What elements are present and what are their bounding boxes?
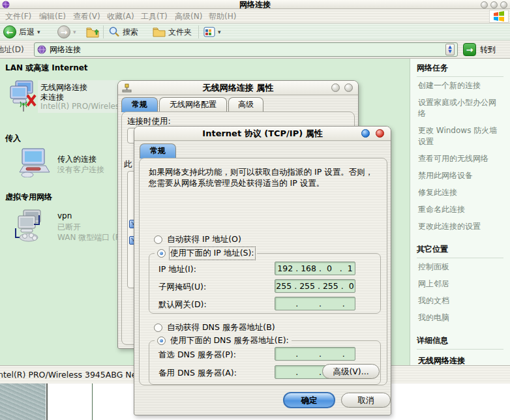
cancel-button[interactable]: 取消 — [341, 393, 391, 408]
desktop-window-edge-2 — [92, 383, 93, 420]
back-dropdown-icon[interactable]: ▾ — [37, 29, 40, 35]
main-titlebar[interactable]: 网络连接 — [0, 0, 510, 9]
incoming-item-status: 没有客户连接 — [57, 164, 104, 175]
maximize-button[interactable] — [490, 1, 498, 8]
place-my-documents[interactable]: 我的文档 — [417, 292, 503, 309]
menu-tools[interactable]: 工具(T) — [137, 9, 172, 23]
radio-auto-dns-circle[interactable] — [154, 323, 162, 332]
wireless-tab-networks[interactable]: 无线网络配置 — [159, 97, 227, 112]
ip-address-field[interactable]: 192 . 168 . 0 . 1 — [275, 262, 355, 275]
radio-use-ip[interactable]: 使用下面的 IP 地址(S): — [155, 248, 257, 259]
wireless-item-device: Intel(R) PRO/Wireless 3 — [40, 102, 117, 111]
place-control-panel[interactable]: 控制面板 — [417, 258, 503, 275]
screen: 网络连接 文件(F) 编辑(E) 查看(V) 收藏(A) 工具(T) 高级(N)… — [0, 0, 510, 420]
task-create-connection[interactable]: 创建一个新的连接 — [417, 77, 503, 94]
task-repair-connection[interactable]: 修复此连接 — [417, 184, 503, 201]
radio-use-dns-label: 使用下面的 DNS 服务器地址(E): — [170, 335, 289, 346]
tcpip-close-button[interactable] — [376, 129, 384, 138]
up-folder-icon — [86, 26, 99, 38]
task-change-firewall[interactable]: 更改 Windows 防火墙设置 — [417, 122, 503, 150]
views-dropdown-icon[interactable]: ▾ — [218, 29, 221, 35]
section-lan-header: LAN 或高速 Internet — [5, 63, 88, 74]
ip-address-label: IP 地址(I): — [158, 264, 196, 275]
radio-auto-ip-circle[interactable] — [154, 235, 162, 244]
place-my-computer[interactable]: 我的电脑 — [417, 309, 503, 326]
folders-label: 文件夹 — [168, 27, 192, 38]
other-places-header: 其它位置 — [417, 240, 503, 258]
forward-button[interactable]: → ▾ — [57, 23, 76, 40]
address-combo[interactable]: 网络连接 ▲▼ — [34, 42, 458, 57]
search-label: 搜索 — [123, 27, 138, 38]
preferred-dns-field[interactable]: . . . — [275, 347, 355, 361]
advanced-button[interactable]: 高级(V)... — [322, 364, 380, 379]
menu-edit[interactable]: 编辑(E) — [35, 9, 70, 23]
components-label-fragment: 此 — [124, 159, 132, 170]
address-stepper[interactable]: ▲▼ — [445, 44, 455, 55]
close-button[interactable] — [500, 1, 507, 8]
menu-favorites[interactable]: 收藏(A) — [103, 9, 138, 23]
menu-bar: 文件(F) 编辑(E) 查看(V) 收藏(A) 工具(T) 高级(N) 帮助(H… — [0, 9, 510, 23]
task-change-settings[interactable]: 更改此连接的设置 — [417, 218, 503, 235]
back-button[interactable]: ← 后退 ▾ — [3, 23, 40, 40]
desktop-window-edge — [46, 383, 48, 420]
vpn-item-title[interactable]: vpn — [57, 211, 72, 220]
tcpip-help-button[interactable] — [361, 129, 370, 138]
tcpip-dialog-titlebar[interactable]: Internet 协议 (TCP/IP) 属性 — [134, 127, 391, 141]
details-header: 详细信息 — [417, 331, 503, 350]
toolbar-separator-2 — [198, 25, 199, 38]
radio-use-ip-circle[interactable] — [157, 249, 166, 258]
tcpip-dialog-title: Internet 协议 (TCP/IP) 属性 — [134, 127, 391, 141]
default-gateway-field[interactable]: . . . — [275, 297, 355, 310]
views-button[interactable]: ▾ — [203, 23, 221, 40]
minimize-button[interactable] — [481, 1, 488, 8]
radio-use-ip-label: 使用下面的 IP 地址(S): — [170, 248, 254, 259]
menu-advanced[interactable]: 高级(N) — [171, 9, 206, 23]
search-button[interactable]: 搜索 — [108, 23, 138, 40]
section-incoming-header: 传入 — [5, 133, 21, 144]
tcpip-tab-content: 如果网络支持此功能，则可以获取自动指派的 IP 设置。否则， 您需要从网络系统管… — [139, 158, 387, 385]
wireless-dialog-close-button[interactable] — [344, 83, 353, 92]
menu-help[interactable]: 帮助(H) — [205, 9, 240, 23]
forward-dropdown-icon[interactable]: ▾ — [73, 29, 76, 35]
wireless-dialog-titlebar[interactable]: 无线网络连接 属性 — [118, 81, 358, 95]
task-setup-home-network[interactable]: 设置家庭或小型办公网络 — [417, 94, 503, 122]
menu-file[interactable]: 文件(F) — [1, 9, 35, 23]
preferred-dns-label: 首选 DNS 服务器(P): — [158, 350, 236, 361]
subnet-mask-field[interactable]: 255 . 255 . 255 . 0 — [275, 279, 355, 293]
vpn-connection-icon — [13, 209, 48, 243]
search-icon — [108, 26, 120, 38]
windows-logo — [489, 10, 509, 23]
wireless-tab-advanced[interactable]: 高级 — [228, 97, 263, 112]
go-label: 转到 — [480, 40, 496, 59]
address-label: 地址(D) — [0, 40, 24, 59]
desktop-wallpaper-fragment — [0, 383, 46, 420]
incoming-connection-icon — [18, 147, 51, 177]
radio-use-dns[interactable]: 使用下面的 DNS 服务器地址(E): — [155, 335, 292, 346]
tcpip-tab-general[interactable]: 常规 — [140, 143, 176, 158]
radio-use-dns-circle[interactable] — [157, 337, 166, 345]
place-network-neighborhood[interactable]: 网上邻居 — [417, 275, 503, 292]
task-view-wireless[interactable]: 查看可用的无线网络 — [417, 150, 503, 167]
address-bar: 地址(D) 网络连接 ▲▼ → 转到 — [0, 40, 510, 59]
tasks-panel: 网络任务 创建一个新的连接 设置家庭或小型办公网络 更改 Windows 防火墙… — [410, 59, 510, 365]
folders-button[interactable]: 文件夹 — [153, 23, 192, 40]
tcpip-properties-dialog: Internet 协议 (TCP/IP) 属性 常规 如果网络支持此功能，则可以… — [134, 126, 391, 415]
wireless-dialog-help-button[interactable] — [331, 83, 340, 92]
folders-icon — [153, 27, 166, 37]
up-button[interactable] — [86, 23, 99, 40]
tcpip-description-line1: 如果网络支持此功能，则可以获取自动指派的 IP 设置。否则， — [149, 166, 373, 177]
use-ip-groupbox: 使用下面的 IP 地址(S): IP 地址(I): 192 . 168 . 0 … — [149, 253, 381, 314]
section-vpn-header: 虚拟专用网络 — [5, 192, 52, 203]
wireless-tab-general[interactable]: 常规 — [121, 97, 158, 112]
subnet-mask-label: 子网掩码(U): — [158, 282, 206, 293]
go-button[interactable]: → — [463, 43, 476, 56]
radio-auto-ip[interactable]: 自动获得 IP 地址(O) — [154, 234, 241, 245]
incoming-item-title[interactable]: 传入的连接 — [57, 154, 97, 165]
radio-auto-dns[interactable]: 自动获得 DNS 服务器地址(B) — [154, 322, 275, 333]
menu-view[interactable]: 查看(V) — [69, 9, 104, 23]
task-disable-device[interactable]: 禁用此网络设备 — [417, 167, 503, 184]
task-rename-connection[interactable]: 重命名此连接 — [417, 201, 503, 218]
views-icon — [203, 27, 215, 37]
main-window-title: 网络连接 — [0, 0, 510, 9]
ok-button[interactable]: 确定 — [283, 392, 335, 408]
